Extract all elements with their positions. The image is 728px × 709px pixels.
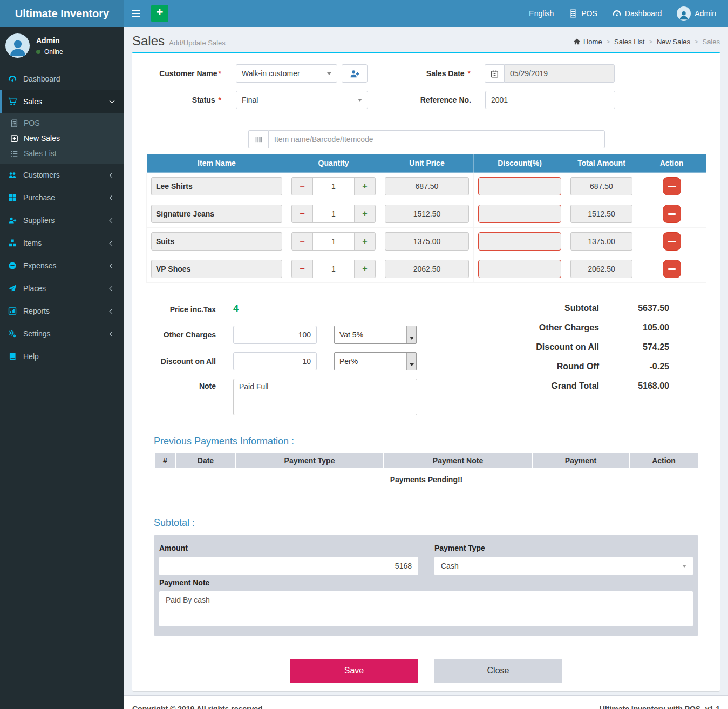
other-charges-type-select[interactable]: Vat 5% — [334, 326, 417, 344]
item-search-input[interactable] — [268, 130, 605, 148]
status-select[interactable]: Final — [236, 91, 368, 109]
qty-input[interactable] — [312, 233, 355, 250]
sidebar-item-suppliers[interactable]: Suppliers — [0, 209, 124, 232]
payment-type-select[interactable]: Cash — [434, 557, 693, 575]
reference-input[interactable] — [485, 91, 615, 109]
qty-increase-button[interactable]: + — [355, 260, 375, 278]
online-status-dot — [36, 50, 40, 54]
items-table-header: Item Name Quantity Unit Price Discount(%… — [147, 154, 706, 173]
remove-item-button[interactable] — [663, 177, 681, 195]
unit-price-input — [385, 205, 469, 223]
nav-pos-link[interactable]: POS — [561, 0, 605, 27]
breadcrumb: Home > Sales List > New Sales > Sales — [573, 38, 720, 46]
round-off-label: Round Off — [507, 362, 599, 372]
qty-input[interactable] — [312, 178, 355, 195]
sidebar-item-pos[interactable]: POS — [0, 116, 124, 131]
discount-total-label: Discount on All — [507, 342, 599, 352]
close-button[interactable]: Close — [434, 659, 562, 683]
col-action: Action — [637, 154, 706, 173]
book-icon — [8, 352, 17, 361]
remove-item-button[interactable] — [663, 205, 681, 223]
top-bar: Ultimate Inventory + English POS Dashboa… — [0, 0, 728, 27]
discount-input[interactable] — [478, 205, 561, 223]
item-name-input — [151, 177, 282, 195]
discount-input[interactable] — [478, 260, 561, 278]
user-plus-icon — [350, 69, 360, 79]
chevron-left-icon — [110, 263, 115, 268]
qty-decrease-button[interactable]: − — [292, 233, 312, 250]
nav-dashboard-link[interactable]: Dashboard — [605, 0, 670, 27]
status-label: Status * — [138, 96, 221, 104]
sidebar-item-places[interactable]: Places — [0, 277, 124, 300]
discount-input[interactable] — [478, 177, 561, 195]
user-menu[interactable]: Admin — [669, 0, 724, 27]
users-icon — [8, 171, 17, 179]
quantity-stepper: − + — [291, 260, 376, 278]
sales-date-input[interactable] — [504, 64, 615, 83]
language-menu[interactable]: English — [521, 0, 561, 27]
content-header: SalesAdd/Update Sales Home > Sales List … — [124, 27, 728, 52]
version-text: Ultimate Inventory with POS -v1.1 — [600, 705, 720, 709]
subtotal-heading: Subtotal : — [154, 517, 698, 529]
payment-entry-panel: Amount Payment Type Cash P — [154, 535, 698, 636]
sidebar-item-dashboard[interactable]: Dashboard — [0, 67, 124, 90]
total-amount-input — [570, 260, 632, 278]
main-content: SalesAdd/Update Sales Home > Sales List … — [124, 27, 728, 709]
other-charges-input[interactable] — [233, 326, 317, 344]
qty-input[interactable] — [312, 260, 355, 278]
remove-item-button[interactable] — [663, 232, 681, 251]
reference-label: Reference No. — [374, 96, 471, 104]
payment-type-label: Payment Type — [434, 544, 693, 552]
discount-input[interactable] — [478, 232, 561, 251]
breadcrumb-sales-list[interactable]: Sales List — [614, 38, 644, 46]
grid-icon — [8, 193, 17, 202]
sales-submenu: POS New Sales Sales List — [0, 113, 124, 164]
qty-decrease-button[interactable]: − — [292, 260, 312, 278]
qty-increase-button[interactable]: + — [355, 233, 375, 250]
sidebar-item-sales[interactable]: Sales — [0, 90, 124, 113]
note-textarea[interactable]: Paid Full — [233, 379, 417, 415]
sidebar-toggle-button[interactable] — [124, 0, 148, 27]
sidebar-item-items[interactable]: Items — [0, 232, 124, 254]
item-name-input — [151, 232, 282, 251]
qty-input[interactable] — [312, 205, 355, 222]
breadcrumb-home[interactable]: Home — [573, 38, 602, 46]
breadcrumb-new-sales[interactable]: New Sales — [657, 38, 690, 46]
save-button[interactable]: Save — [290, 659, 418, 683]
qty-decrease-button[interactable]: − — [292, 178, 312, 195]
col-number: # — [154, 452, 176, 469]
discount-all-input[interactable] — [233, 352, 317, 370]
payment-note-textarea[interactable]: Paid By cash — [159, 591, 693, 626]
note-label: Note — [138, 382, 216, 390]
grand-total-label: Grand Total — [507, 381, 599, 391]
amount-input[interactable] — [159, 557, 418, 575]
qty-decrease-button[interactable]: − — [292, 205, 312, 222]
sidebar-item-sales-list[interactable]: Sales List — [0, 146, 124, 161]
customer-select[interactable]: Walk-in customer — [236, 64, 337, 83]
qty-increase-button[interactable]: + — [355, 178, 375, 195]
app-logo[interactable]: Ultimate Inventory — [0, 0, 124, 27]
sidebar-item-settings[interactable]: Settings — [0, 322, 124, 345]
sales-header-form: Customer Name* Walk-in customer Sales Da… — [138, 59, 715, 109]
sidebar-item-new-sales[interactable]: New Sales — [0, 131, 124, 146]
add-customer-button[interactable] — [342, 64, 368, 83]
remove-item-button[interactable] — [663, 260, 681, 278]
unit-price-input — [385, 177, 469, 195]
sidebar-item-reports[interactable]: Reports — [0, 300, 124, 322]
quantity-stepper: − + — [291, 177, 376, 195]
sidebar-item-customers[interactable]: Customers — [0, 164, 124, 186]
items-table: Item Name Quantity Unit Price Discount(%… — [146, 153, 706, 283]
speedometer-icon — [613, 9, 621, 18]
qty-increase-button[interactable]: + — [355, 205, 375, 222]
sidebar-item-expenses[interactable]: Expenses — [0, 254, 124, 277]
user-status: Online — [36, 48, 63, 56]
price-inc-tax-value: 4 — [233, 303, 239, 315]
col-item-name: Item Name — [147, 154, 287, 173]
caret-down-icon — [682, 565, 686, 568]
sidebar-item-purchase[interactable]: Purchase — [0, 186, 124, 209]
sidebar-item-help[interactable]: Help — [0, 345, 124, 368]
discount-all-type-select[interactable]: Per% — [334, 352, 417, 370]
breadcrumb-current: Sales — [702, 38, 720, 46]
col-action: Action — [629, 452, 698, 469]
quick-add-button[interactable]: + — [151, 5, 168, 22]
